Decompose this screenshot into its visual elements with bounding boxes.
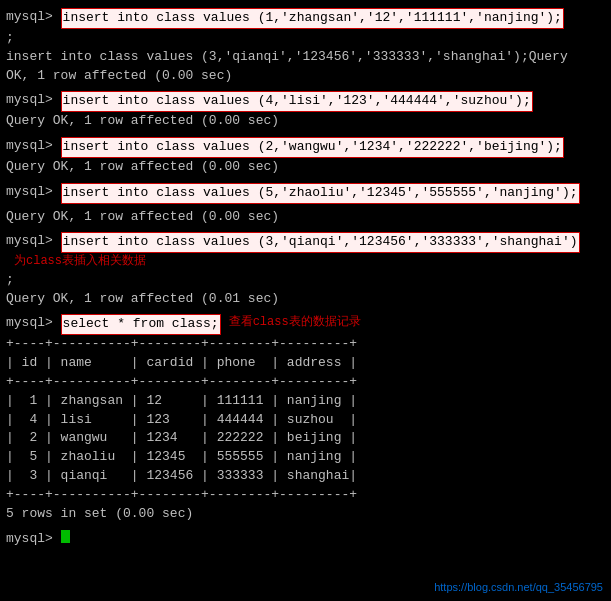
rows-count-line: 5 rows in set (0.00 sec) xyxy=(6,505,605,524)
table-row-2-text: | 4 | lisi | 123 | 444444 | suzhou | xyxy=(6,411,357,430)
annotation-insert: 为class表插入相关数据 xyxy=(14,253,146,270)
semicolon5: ; xyxy=(6,271,14,290)
table-row-4-text: | 5 | zhaoliu | 12345 | 555555 | nanjing… xyxy=(6,448,357,467)
table-row-3: | 2 | wangwu | 1234 | 222222 | beijing | xyxy=(6,429,605,448)
final-prompt-line[interactable]: mysql> xyxy=(6,530,605,549)
final-prompt: mysql> xyxy=(6,530,61,549)
ok-text1: OK, 1 row affected (0.00 sec) xyxy=(6,67,232,86)
prompt6: mysql> xyxy=(6,314,61,333)
line-ok4: Query OK, 1 row affected (0.00 sec) xyxy=(6,208,605,227)
annotation-select: 查看class表的数据记录 xyxy=(229,314,361,331)
insert-inline: insert into class values (3,'qianqi','12… xyxy=(6,48,529,67)
prompt1: mysql> xyxy=(6,8,61,27)
table-row-2: | 4 | lisi | 123 | 444444 | suzhou | xyxy=(6,411,605,430)
line-ok2: Query OK, 1 row affected (0.00 sec) xyxy=(6,112,605,131)
line-inline-cmd: insert into class values (3,'qianqi','12… xyxy=(6,48,605,67)
table-row-3-text: | 2 | wangwu | 1234 | 222222 | beijing | xyxy=(6,429,357,448)
line-ok5: Query OK, 1 row affected (0.01 sec) xyxy=(6,290,605,309)
sql-box1: insert into class values (1,'zhangsan','… xyxy=(61,8,564,29)
query-inline: Query xyxy=(529,48,568,67)
ok-text5: Query OK, 1 row affected (0.01 sec) xyxy=(6,290,279,309)
line-cmd5: mysql> insert into class values (3,'qian… xyxy=(6,232,605,270)
prompt5: mysql> xyxy=(6,232,61,251)
table-sep-mid: +----+----------+--------+--------+-----… xyxy=(6,373,605,392)
semicolon1: ; xyxy=(6,29,14,48)
table-header-text: | id | name | cardid | phone | address | xyxy=(6,354,357,373)
table-row-5-text: | 3 | qianqi | 123456 | 333333 | shangha… xyxy=(6,467,357,486)
cursor-block xyxy=(61,530,70,543)
section-insert1: mysql> insert into class values (1,'zhan… xyxy=(6,8,605,85)
section-insert4: mysql> insert into class values (5,'zhao… xyxy=(6,183,605,227)
table-sep-bot: +----+----------+--------+--------+-----… xyxy=(6,486,605,505)
sql-box2: insert into class values (4,'lisi','123'… xyxy=(61,91,533,112)
table-row-5: | 3 | qianqi | 123456 | 333333 | shangha… xyxy=(6,467,605,486)
line-ok1: OK, 1 row affected (0.00 sec) xyxy=(6,67,605,86)
table-header-row: | id | name | cardid | phone | address | xyxy=(6,354,605,373)
prompt3: mysql> xyxy=(6,137,61,156)
ok-text3: Query OK, 1 row affected (0.00 sec) xyxy=(6,158,279,177)
line-semi1: ; xyxy=(6,29,605,48)
line-ok3: Query OK, 1 row affected (0.00 sec) xyxy=(6,158,605,177)
line-semi5: ; xyxy=(6,271,605,290)
sql-box3: insert into class values (2,'wangwu','12… xyxy=(61,137,564,158)
section-select: mysql> select * from class; 查看class表的数据记… xyxy=(6,314,605,523)
table-row-1-text: | 1 | zhangsan | 12 | 111111 | nanjing | xyxy=(6,392,357,411)
line-cmd3: mysql> insert into class values (2,'wang… xyxy=(6,137,605,158)
section-insert3: mysql> insert into class values (2,'wang… xyxy=(6,137,605,177)
prompt2: mysql> xyxy=(6,91,61,110)
section-insert2: mysql> insert into class values (4,'lisi… xyxy=(6,91,605,131)
rows-count-text: 5 rows in set (0.00 sec) xyxy=(6,505,193,524)
table-sep-bot-text: +----+----------+--------+--------+-----… xyxy=(6,486,357,505)
table-sep-top: +----+----------+--------+--------+-----… xyxy=(6,335,605,354)
line-cmd1: mysql> insert into class values (1,'zhan… xyxy=(6,8,605,29)
prompt4: mysql> xyxy=(6,183,61,202)
watermark: https://blog.csdn.net/qq_35456795 xyxy=(434,581,603,593)
table-sep-top-text: +----+----------+--------+--------+-----… xyxy=(6,335,357,354)
table-sep-mid-text: +----+----------+--------+--------+-----… xyxy=(6,373,357,392)
sql-box6: select * from class; xyxy=(61,314,221,335)
ok-text2: Query OK, 1 row affected (0.00 sec) xyxy=(6,112,279,131)
table-row-1: | 1 | zhangsan | 12 | 111111 | nanjing | xyxy=(6,392,605,411)
line-cmd4: mysql> insert into class values (5,'zhao… xyxy=(6,183,605,204)
line-cmd2: mysql> insert into class values (4,'lisi… xyxy=(6,91,605,112)
terminal-window: mysql> insert into class values (1,'zhan… xyxy=(6,8,605,548)
sql-box5: insert into class values (3,'qianqi','12… xyxy=(61,232,580,253)
line-select-cmd: mysql> select * from class; 查看class表的数据记… xyxy=(6,314,605,335)
sql-box4: insert into class values (5,'zhaoliu','1… xyxy=(61,183,580,204)
table-row-4: | 5 | zhaoliu | 12345 | 555555 | nanjing… xyxy=(6,448,605,467)
ok-text4: Query OK, 1 row affected (0.00 sec) xyxy=(6,208,279,227)
section-insert5: mysql> insert into class values (3,'qian… xyxy=(6,232,605,308)
